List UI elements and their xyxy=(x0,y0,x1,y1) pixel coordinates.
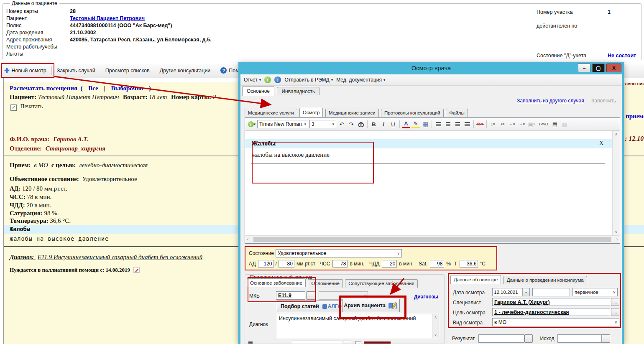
font-name-combo[interactable]: Times New Roman▾ xyxy=(257,120,308,128)
doctor-line: Ф.И.О. врача: Гарипов А.Т. xyxy=(10,136,88,143)
hr-input[interactable] xyxy=(332,260,348,268)
send-remd-menu[interactable]: Отправить в РЭМД▾ xyxy=(284,77,333,83)
tab-exam[interactable]: Осмотр xyxy=(299,108,323,117)
exam-type-combo[interactable]: первичное∨ xyxy=(572,288,618,296)
bullet-list-button[interactable]: •≡ xyxy=(498,120,507,128)
mkb-picker-button[interactable]: ... xyxy=(306,291,315,300)
align-center-button[interactable] xyxy=(444,120,452,128)
article-selection-button[interactable]: Подбор статей АЛГОМ xyxy=(277,301,353,312)
find-icon[interactable] xyxy=(357,120,365,128)
align-justify-button[interactable] xyxy=(463,120,471,128)
tab-concomitant[interactable]: Сопутствующие заболевания xyxy=(345,279,417,288)
html-toggle-button[interactable]: T<>H xyxy=(537,120,549,128)
tab-complication[interactable]: Осложнение xyxy=(308,279,342,288)
italic-button[interactable]: I xyxy=(379,120,388,128)
exam-date-extra-input[interactable] xyxy=(532,288,570,296)
goal-field[interactable]: 1 - лечебно-диагностическая xyxy=(492,308,610,316)
mkb-input[interactable]: Е11.9 xyxy=(276,291,305,300)
scrollbar-thumb[interactable] xyxy=(253,237,611,242)
bold-button[interactable]: B xyxy=(370,120,378,128)
tab-consult-protocols[interactable]: Протоколы консультаций xyxy=(381,109,444,117)
new-exam-button[interactable]: ✚ Новый осмотр xyxy=(0,63,51,78)
print-all-link[interactable]: Все xyxy=(88,85,98,92)
t-input[interactable] xyxy=(460,260,478,268)
editor-vscrollbar[interactable]: ∧ ∨ xyxy=(612,131,620,235)
tab-med-records[interactable]: Медицинские записи xyxy=(325,109,379,117)
diagnosis-textarea[interactable]: Инсулиннезависимый сахарный диабет без о… xyxy=(277,314,439,338)
exam-date-combo[interactable]: 12.10.2021 ▼ xyxy=(492,288,530,296)
clipped-input[interactable] xyxy=(292,341,342,344)
goal-picker-button[interactable]: ... xyxy=(611,308,619,316)
diagnoses-link[interactable]: Диагнозы xyxy=(414,294,438,300)
view-lists-button[interactable]: Просмотр списков xyxy=(100,63,155,78)
print-selective-link[interactable]: Выборочно xyxy=(111,85,143,92)
highlight-button[interactable]: ✎ xyxy=(411,120,420,128)
ad-sys-input[interactable] xyxy=(258,260,274,268)
br-tag-button[interactable]: <br> xyxy=(476,120,484,128)
tab-disability[interactable]: Инвалидность xyxy=(277,87,319,96)
patient-name-link[interactable]: Тестовый Пациент Петрович xyxy=(70,15,145,21)
state-panel: Состояние Удовлетворительное∨ АД / мм.рт… xyxy=(245,246,497,270)
editor-hscrollbar[interactable]: ‹ › xyxy=(245,235,620,243)
font-color-button[interactable]: A xyxy=(402,120,410,128)
outdent-button[interactable]: ←≡ xyxy=(508,120,516,128)
blue-info-icon[interactable]: i xyxy=(274,76,281,83)
tab-main[interactable]: Основное xyxy=(242,86,274,96)
document-icon[interactable]: ▤ xyxy=(551,120,559,128)
specialist-picker-button[interactable]: ... xyxy=(611,298,619,306)
undo-icon[interactable]: ↶ xyxy=(337,120,346,128)
clipped-picker-button[interactable]: ... xyxy=(343,341,351,344)
underline-button[interactable]: U xyxy=(389,120,397,128)
tab-consilium-data[interactable]: Данные о проведении консилиума xyxy=(503,276,587,284)
med-doc-menu[interactable]: Мед. документация▾ xyxy=(336,77,385,83)
redo-icon[interactable]: ↷ xyxy=(347,120,355,128)
minimize-button[interactable]: – xyxy=(578,64,590,72)
date-dropdown-button[interactable]: ▼ xyxy=(522,288,529,296)
close-button[interactable]: X xyxy=(606,64,621,72)
align-right-button[interactable] xyxy=(453,120,462,128)
patient-archive-button[interactable]: Архив пациента xyxy=(342,299,400,312)
kind-combo[interactable]: в МО∨ xyxy=(492,318,619,326)
scroll-left-arrow[interactable]: ‹ xyxy=(247,237,249,242)
remove-section-button[interactable]: X xyxy=(599,140,603,147)
insert-template-icon[interactable]: i▾ xyxy=(248,120,256,128)
insert-image-button[interactable]: ▣▾ xyxy=(527,120,536,128)
state-combo[interactable]: Удовлетворительное∨ xyxy=(276,249,402,257)
report-menu[interactable]: Отчет▾ xyxy=(244,77,261,83)
outcome-input[interactable] xyxy=(557,334,602,343)
close-case-button[interactable]: Закрыть случай xyxy=(52,63,100,78)
sat-input[interactable] xyxy=(430,260,444,268)
tab-exam-data[interactable]: Данные об осмотре xyxy=(450,275,501,284)
result-picker-button[interactable]: ... xyxy=(524,334,533,343)
tab-files[interactable]: Файлы xyxy=(446,109,468,117)
d-account-link[interactable]: Не состоит xyxy=(608,53,636,59)
font-size-combo[interactable]: 3▾ xyxy=(309,120,336,128)
align-left-button[interactable] xyxy=(434,120,442,128)
editor-content[interactable]: Жалобы X жалобы на высокое давление ∧ ∨ xyxy=(245,131,620,235)
maximize-button[interactable]: ▢ xyxy=(592,64,605,72)
specialist-field[interactable]: Гарипов А.Т. (Хирург) xyxy=(492,298,610,306)
clipped-checkbox[interactable] xyxy=(355,341,361,344)
complaints-section-row[interactable]: Жалобы X xyxy=(245,139,613,148)
scroll-down-arrow[interactable]: ∨ xyxy=(432,333,439,337)
other-consultations-button[interactable]: Другие консультации xyxy=(155,63,216,78)
result-input[interactable] xyxy=(478,334,524,343)
tab-main-disease[interactable]: Основное заболевание xyxy=(247,278,306,287)
print-checkbox[interactable]: ✓ xyxy=(10,104,17,111)
tab-med-services[interactable]: Медицинские услуги xyxy=(245,109,297,117)
ad-dia-input[interactable] xyxy=(279,260,294,268)
ordered-list-button[interactable]: 1≡ xyxy=(489,120,497,128)
fill-from-other-case-link[interactable]: Заполнить из другого случая xyxy=(517,98,584,104)
green-info-icon[interactable]: i xyxy=(264,76,271,83)
rr-input[interactable] xyxy=(382,260,397,268)
scroll-down-arrow[interactable]: ∨ xyxy=(613,230,620,234)
textarea-scrollbar[interactable]: ∧ ∨ xyxy=(432,314,439,338)
insert-table-icon[interactable]: ▦ xyxy=(421,120,429,128)
scroll-up-arrow[interactable]: ∧ xyxy=(613,132,620,136)
indent-button[interactable]: →≡ xyxy=(518,120,526,128)
edit-icon[interactable] xyxy=(133,267,140,273)
scroll-right-arrow[interactable]: › xyxy=(616,237,618,242)
outcome-picker-button[interactable]: ... xyxy=(602,334,610,343)
print-visits-link[interactable]: Распечатать посещения xyxy=(10,85,77,92)
scroll-up-arrow[interactable]: ∧ xyxy=(432,315,439,319)
